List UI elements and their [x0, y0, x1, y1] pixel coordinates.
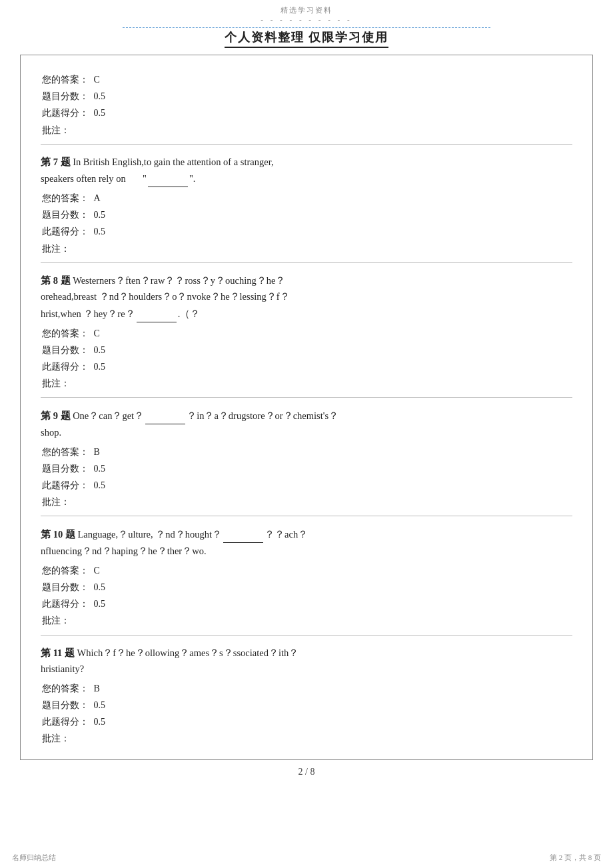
prev-your-answer-label: 您的答案： — [42, 75, 89, 85]
q7-text: In British English,to gain the attention… — [73, 157, 273, 167]
footer-left: 名师归纳总结 — [12, 853, 56, 863]
q8-got-label: 此题得分： — [42, 362, 89, 372]
question-11-title: 第 11 题 Which？f？he？ollowing？ames？s？ssocia… — [41, 645, 572, 677]
dashed-divider — [123, 27, 490, 28]
q8-note-label: 批注： — [42, 378, 70, 388]
q9-got-value: 0.5 — [94, 480, 106, 490]
q11-your-answer-label: 您的答案： — [42, 683, 89, 693]
q7-got-value: 0.5 — [94, 226, 106, 236]
q8-score-value: 0.5 — [94, 345, 106, 355]
q8-note-row: 批注： — [42, 375, 572, 392]
q9-got-label: 此题得分： — [42, 480, 89, 490]
footer-page: 2 / 8 — [0, 767, 613, 781]
q9-your-answer-row: 您的答案： B — [42, 444, 572, 460]
q10-note-label: 批注： — [42, 616, 70, 626]
q9-num: 第 9 题 — [41, 410, 71, 421]
q10-num: 第 10 题 — [41, 529, 75, 540]
q8-text: Westerners？ften？raw？？ross？y？ouching？he？ — [73, 275, 285, 286]
header-area: 个人资料整理 仅限学习使用 — [0, 27, 613, 48]
q7-your-answer-value: A — [94, 193, 101, 203]
question-9-block: 第 9 题 One？can？get？ ？in？a？drugstore？or？ch… — [41, 407, 572, 510]
q11-score-label: 题目分数： — [42, 700, 89, 710]
q8-got-value: 0.5 — [94, 362, 106, 372]
q10-score-row: 题目分数： 0.5 — [42, 579, 572, 596]
question-8-title: 第 8 题 Westerners？ften？raw？？ross？y？ouchin… — [41, 272, 572, 322]
q7-note-row: 批注： — [42, 240, 572, 257]
q10-your-answer-row: 您的答案： C — [42, 562, 572, 579]
watermark-title: 精选学习资料 — [0, 0, 613, 15]
prev-score-label: 题目分数： — [42, 91, 89, 101]
divider-2 — [41, 262, 572, 263]
prev-got-row: 此题得分： 0.5 — [42, 105, 572, 121]
q8-your-answer-row: 您的答案： C — [42, 325, 572, 342]
page-wrapper: 精选学习资料 - - - - - - - - - - 个人资料整理 仅限学习使用… — [0, 0, 613, 868]
prev-got-label: 此题得分： — [42, 108, 89, 118]
q10-score-label: 题目分数： — [42, 582, 89, 592]
q11-note-row: 批注： — [42, 730, 572, 747]
q10-note-row: 批注： — [42, 612, 572, 629]
q9-your-answer-label: 您的答案： — [42, 447, 89, 457]
q11-your-answer-value: B — [94, 683, 100, 693]
q10-text2: nfluencing？nd？haping？he？ther？wo. — [41, 546, 207, 556]
q10-blank — [223, 526, 263, 543]
q11-note-label: 批注： — [42, 733, 70, 743]
q11-text2: hristianity? — [41, 663, 84, 674]
question-8-block: 第 8 题 Westerners？ften？raw？？ross？y？ouchin… — [41, 272, 572, 392]
footer-right: 第 2 页，共 8 页 — [550, 853, 601, 863]
q7-your-answer-row: 您的答案： A — [42, 190, 572, 207]
q9-note-label: 批注： — [42, 497, 70, 507]
q7-note-label: 批注： — [42, 244, 70, 254]
q9-blank — [145, 407, 185, 424]
q10-your-answer-label: 您的答案： — [42, 566, 89, 576]
q8-got-row: 此题得分： 0.5 — [42, 358, 572, 375]
q11-score-row: 题目分数： 0.5 — [42, 697, 572, 713]
q11-got-value: 0.5 — [94, 717, 106, 727]
question-10-block: 第 10 题 Language,？ulture, ？nd？hought？ ？？a… — [41, 526, 572, 629]
q7-text2: speakers often rely on " ". — [41, 173, 195, 184]
footer-bottom: 名师归纳总结 第 2 页，共 8 页 — [0, 853, 613, 863]
prev-score-value: 0.5 — [94, 91, 106, 101]
q9-text: One？can？get？ ？in？a？drugstore？or？chemist'… — [73, 410, 338, 421]
q11-your-answer-row: 您的答案： B — [42, 680, 572, 697]
q11-text: Which？f？he？ollowing？ames？s？ssociated？ith… — [77, 648, 299, 658]
q11-got-row: 此题得分： 0.5 — [42, 713, 572, 730]
q9-your-answer-value: B — [94, 447, 100, 457]
watermark-dots: - - - - - - - - - - — [0, 15, 613, 23]
q7-num: 第 7 题 — [41, 157, 71, 167]
q7-score-row: 题目分数： 0.5 — [42, 207, 572, 223]
q9-note-row: 批注： — [42, 494, 572, 510]
q9-got-row: 此题得分： 0.5 — [42, 477, 572, 494]
page-indicator: 2 / 8 — [299, 767, 315, 777]
main-content: 您的答案： C 题目分数： 0.5 此题得分： 0.5 批注： 第 7 题 In… — [20, 55, 593, 760]
q9-score-row: 题目分数： 0.5 — [42, 460, 572, 477]
prev-your-answer-row: 您的答案： C — [42, 71, 572, 88]
q10-got-row: 此题得分： 0.5 — [42, 596, 572, 612]
q10-text: Language,？ulture, ？nd？hought？ ？？ach？ — [77, 529, 308, 540]
q10-got-value: 0.5 — [94, 599, 106, 609]
q8-score-label: 题目分数： — [42, 345, 89, 355]
q8-text3: hrist,when ？hey？re？ .（？ — [41, 308, 200, 319]
divider-1 — [41, 144, 572, 145]
q7-blank — [148, 170, 188, 187]
question-7-title: 第 7 题 In British English,to gain the att… — [41, 154, 572, 187]
q11-score-value: 0.5 — [94, 700, 106, 710]
q11-num: 第 11 题 — [41, 648, 75, 658]
q10-got-label: 此题得分： — [42, 599, 89, 609]
q7-got-row: 此题得分： 0.5 — [42, 223, 572, 240]
prev-score-row: 题目分数： 0.5 — [42, 88, 572, 105]
divider-5 — [41, 635, 572, 636]
q7-got-label: 此题得分： — [42, 226, 89, 236]
question-11-block: 第 11 题 Which？f？he？ollowing？ames？s？ssocia… — [41, 645, 572, 747]
q8-your-answer-label: 您的答案： — [42, 328, 89, 338]
q8-score-row: 题目分数： 0.5 — [42, 342, 572, 358]
q8-your-answer-value: C — [94, 328, 100, 338]
prev-tail-block: 您的答案： C 题目分数： 0.5 此题得分： 0.5 批注： — [41, 71, 572, 139]
q8-num: 第 8 题 — [41, 275, 71, 286]
q11-got-label: 此题得分： — [42, 717, 89, 727]
q7-score-value: 0.5 — [94, 210, 106, 220]
q9-text2: shop. — [41, 427, 61, 438]
q8-text2: orehead,breast ？nd？houlders？o？nvoke？he？l… — [41, 291, 290, 302]
prev-note-label: 批注： — [42, 125, 70, 135]
q9-score-value: 0.5 — [94, 464, 106, 474]
question-10-title: 第 10 题 Language,？ulture, ？nd？hought？ ？？a… — [41, 526, 572, 559]
